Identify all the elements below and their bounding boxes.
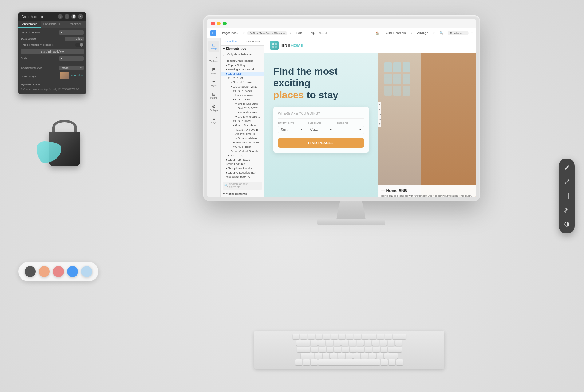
dropper-tool-icon[interactable] [561,205,572,216]
workflow-button[interactable]: Start/Edit workflow [21,49,84,54]
swatch-peach[interactable] [39,266,50,277]
key[interactable] [342,347,349,352]
where-input[interactable]: WHERE ARE YOU GOING? [278,112,364,119]
key[interactable] [357,340,364,346]
edit-menu[interactable]: Edit [294,30,304,36]
key[interactable] [380,340,387,346]
key[interactable] [323,353,329,359]
about-tab-u[interactable]: U [378,117,381,122]
key[interactable] [350,347,357,352]
tab-transitions[interactable]: Transitions [64,21,86,28]
key[interactable] [349,340,356,346]
key-option-r[interactable] [389,359,395,365]
swatch-light-blue[interactable] [81,266,92,277]
key[interactable] [311,347,318,352]
minimize-button[interactable] [217,22,221,25]
key[interactable] [346,353,353,359]
maximize-button[interactable] [223,22,227,25]
guests-input[interactable]: ▲▼ [337,126,364,134]
tree-item-group-right[interactable]: ▾ Group Right [221,153,264,158]
search-icon[interactable]: 🔍 [437,30,446,36]
brush-tool-icon[interactable] [561,176,572,187]
tree-item-group-end-date[interactable]: ▾ Group End Date [221,102,264,106]
key[interactable] [323,334,330,339]
development-pill[interactable]: Development [448,31,469,35]
key[interactable] [341,340,348,346]
tree-item-categories-main[interactable]: ▾ Group Categories main [221,171,264,175]
key[interactable] [365,340,371,346]
tree-item-group-stat-date[interactable]: ▾ Group stat date ... [221,136,264,140]
key[interactable] [373,347,380,352]
close-button[interactable] [211,22,215,25]
tree-item-text-end-date[interactable]: Text END DATE [221,106,264,110]
key[interactable] [381,347,387,352]
see-link[interactable]: see [71,74,76,77]
clear-link[interactable]: clear [77,74,84,77]
key-backspace[interactable] [393,334,406,339]
start-date-input[interactable]: Cur... ▾ [278,126,305,133]
grid-borders[interactable]: 🏠 [373,30,381,36]
key[interactable] [334,347,341,352]
key[interactable] [334,340,341,346]
help-icon[interactable]: ? [58,14,63,19]
type-of-content-select[interactable]: ▾ [59,30,84,35]
tree-item-group-top-places[interactable]: ▾ Group Top Places [221,158,264,162]
key-caps[interactable] [297,347,310,352]
end-date-input[interactable]: Cur... ▾ [308,126,335,133]
tree-item-vertical-search[interactable]: Group Vertical Search [221,149,264,153]
key[interactable] [315,353,322,359]
key[interactable] [319,347,326,352]
sidebar-item-design[interactable]: ⊞ Design [208,41,219,52]
swatch-pink[interactable] [53,266,64,277]
tree-item-location-search[interactable]: Location search [221,93,264,97]
page-indicator[interactable]: Page: index [219,30,241,36]
help-menu[interactable]: Help [306,30,317,36]
search-elements-input[interactable]: 🔍 Search for new elements... [223,182,262,190]
not-clickable-toggle[interactable] [75,43,84,47]
key[interactable] [300,334,307,339]
key[interactable] [369,353,376,359]
sidebar-item-styles[interactable]: ✦ Styles [208,77,219,88]
about-tab-a[interactable]: A [378,102,381,107]
key[interactable] [293,334,299,339]
key-cmd-r[interactable] [381,359,388,365]
tree-item-group-left[interactable]: ▾ Group Left [221,76,264,80]
key[interactable] [338,353,345,359]
info-icon[interactable]: i [65,14,69,19]
key[interactable] [372,340,379,346]
key[interactable] [330,353,337,359]
find-places-button[interactable]: FIND PLACES [278,138,364,148]
grid-borders-text[interactable]: Grid & borders [383,30,408,36]
about-tab-o[interactable]: O [378,112,381,117]
tree-item-group-reset[interactable]: ▾ Group Reset [221,145,264,149]
sidebar-item-settings[interactable]: ⚙ Settings [208,102,219,113]
key[interactable] [339,334,345,339]
tree-item-popup-gallery[interactable]: ▾ Popup Gallery [221,63,264,67]
visual-el-text[interactable]: T Text [221,197,264,197]
swatch-dark-gray[interactable] [25,266,36,277]
chat-icon[interactable]: 💬 [71,14,76,19]
key-ctrl[interactable] [295,359,302,365]
key[interactable] [365,347,372,352]
key[interactable] [377,353,383,359]
sidebar-item-plugins[interactable]: ⊞ Plugins [208,90,219,101]
key[interactable] [385,334,392,339]
key[interactable] [326,340,333,346]
tree-item-group-featured[interactable]: Group Featured [221,162,264,166]
tree-item-btn-find[interactable]: Button FIND PLACES [221,140,264,145]
background-style-select[interactable]: Image ▾ [59,66,84,70]
key[interactable] [369,334,376,339]
tab-conditional[interactable]: Conditional (1) [41,21,63,28]
key-cmd-l[interactable] [311,359,318,365]
key-option[interactable] [303,359,310,365]
key[interactable] [308,334,315,339]
sidebar-item-data[interactable]: ⊞ Data [208,65,219,76]
key[interactable] [395,340,402,346]
tree-item-group-main[interactable]: ▾ Group Main [221,72,264,76]
key[interactable] [318,340,325,346]
tree-item-airdate-2[interactable]: AirDate/TimePic... [221,132,264,136]
sidebar-item-logs[interactable]: ≡ Logs [208,114,219,125]
key-ctrl-r[interactable] [396,359,403,365]
tree-item-group-end-date2[interactable]: ▾ Group end date ... [221,115,264,119]
datetime-picker-pill[interactable]: AirDate/TimePicker Check-in [247,31,287,35]
